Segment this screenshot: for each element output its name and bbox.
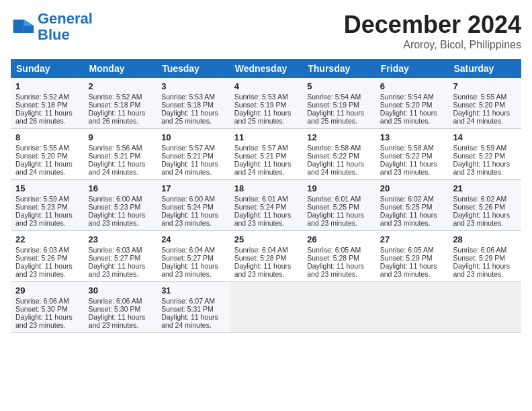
day-info: Sunrise: 5:52 AM xyxy=(15,93,79,101)
day-info: Sunset: 5:21 PM xyxy=(161,152,225,160)
calendar-cell: 3Sunrise: 5:53 AMSunset: 5:18 PMDaylight… xyxy=(157,78,230,129)
calendar-cell: 18Sunrise: 6:01 AMSunset: 5:24 PMDayligh… xyxy=(230,180,303,231)
day-info: Sunrise: 6:06 AM xyxy=(15,297,79,305)
day-info: and 24 minutes. xyxy=(453,117,517,125)
day-info: Sunrise: 6:00 AM xyxy=(89,195,152,203)
title-block: December 2024 Aroroy, Bicol, Philippines xyxy=(344,11,521,51)
day-info: Sunrise: 5:55 AM xyxy=(15,144,79,152)
calendar-cell: 11Sunrise: 5:57 AMSunset: 5:21 PMDayligh… xyxy=(230,129,303,180)
day-info: Sunset: 5:26 PM xyxy=(453,203,517,211)
day-info: Daylight: 11 hours xyxy=(15,211,79,219)
day-info: Daylight: 11 hours xyxy=(15,160,79,168)
calendar-cell: 15Sunrise: 5:59 AMSunset: 5:23 PMDayligh… xyxy=(11,180,84,231)
day-info: Sunset: 5:25 PM xyxy=(380,203,444,211)
day-number: 26 xyxy=(307,234,371,244)
calendar-cell: 23Sunrise: 6:03 AMSunset: 5:27 PMDayligh… xyxy=(84,231,157,282)
header-sunday: Sunday xyxy=(11,59,84,78)
calendar-cell: 19Sunrise: 6:01 AMSunset: 5:25 PMDayligh… xyxy=(302,180,375,231)
day-info: Sunset: 5:18 PM xyxy=(89,101,152,109)
calendar-cell: 31Sunrise: 6:07 AMSunset: 5:31 PMDayligh… xyxy=(157,282,230,333)
day-number: 14 xyxy=(453,132,517,142)
day-info: Sunrise: 6:03 AM xyxy=(89,246,152,254)
day-info: Sunrise: 6:05 AM xyxy=(380,246,444,254)
header-saturday: Saturday xyxy=(448,59,521,78)
day-info: and 23 minutes. xyxy=(307,219,371,227)
calendar-cell: 16Sunrise: 6:00 AMSunset: 5:23 PMDayligh… xyxy=(84,180,157,231)
day-info: Daylight: 11 hours xyxy=(89,313,152,321)
calendar-cell: 12Sunrise: 5:58 AMSunset: 5:22 PMDayligh… xyxy=(302,129,375,180)
calendar-cell: 10Sunrise: 5:57 AMSunset: 5:21 PMDayligh… xyxy=(157,129,230,180)
logo-icon xyxy=(11,15,35,39)
day-info: Daylight: 11 hours xyxy=(380,211,444,219)
day-info: Sunset: 5:23 PM xyxy=(89,203,152,211)
day-info: Daylight: 11 hours xyxy=(453,262,517,270)
day-number: 1 xyxy=(15,81,79,91)
day-info: Sunrise: 6:05 AM xyxy=(307,246,371,254)
day-info: Sunrise: 5:58 AM xyxy=(380,144,444,152)
day-info: Sunset: 5:21 PM xyxy=(89,152,152,160)
day-info: Daylight: 11 hours xyxy=(15,109,79,117)
day-info: Daylight: 11 hours xyxy=(161,160,225,168)
day-number: 2 xyxy=(89,81,152,91)
day-info: and 25 minutes. xyxy=(307,117,371,125)
day-number: 4 xyxy=(234,81,298,91)
day-info: Daylight: 11 hours xyxy=(89,262,152,270)
day-info: Sunrise: 6:00 AM xyxy=(161,195,225,203)
day-number: 24 xyxy=(161,234,225,244)
day-info: Sunset: 5:28 PM xyxy=(234,254,298,262)
day-info: Sunset: 5:18 PM xyxy=(161,101,225,109)
calendar-cell: 29Sunrise: 6:06 AMSunset: 5:30 PMDayligh… xyxy=(11,282,84,333)
day-number: 15 xyxy=(15,183,79,193)
day-info: Sunset: 5:20 PM xyxy=(380,101,444,109)
day-number: 23 xyxy=(89,234,152,244)
day-info: Sunset: 5:18 PM xyxy=(15,101,79,109)
calendar-cell: 8Sunrise: 5:55 AMSunset: 5:20 PMDaylight… xyxy=(11,129,84,180)
day-info: Daylight: 11 hours xyxy=(307,109,371,117)
day-info: Sunrise: 5:53 AM xyxy=(234,93,298,101)
calendar-week-row: 29Sunrise: 6:06 AMSunset: 5:30 PMDayligh… xyxy=(11,282,521,333)
logo-text: General Blue xyxy=(38,11,93,43)
calendar-cell: 6Sunrise: 5:54 AMSunset: 5:20 PMDaylight… xyxy=(375,78,449,129)
header-friday: Friday xyxy=(375,59,449,78)
day-info: and 23 minutes. xyxy=(380,219,444,227)
day-info: and 23 minutes. xyxy=(89,219,152,227)
day-info: Sunset: 5:21 PM xyxy=(234,152,298,160)
calendar-cell: 1Sunrise: 5:52 AMSunset: 5:18 PMDaylight… xyxy=(11,78,84,129)
calendar-cell: 13Sunrise: 5:58 AMSunset: 5:22 PMDayligh… xyxy=(375,129,449,180)
day-info: Sunset: 5:19 PM xyxy=(234,101,298,109)
day-info: Sunrise: 5:55 AM xyxy=(453,93,517,101)
day-info: Sunset: 5:22 PM xyxy=(307,152,371,160)
day-number: 11 xyxy=(234,132,298,142)
day-number: 31 xyxy=(161,285,225,295)
calendar-cell: 7Sunrise: 5:55 AMSunset: 5:20 PMDaylight… xyxy=(448,78,521,129)
calendar-week-row: 22Sunrise: 6:03 AMSunset: 5:26 PMDayligh… xyxy=(11,231,521,282)
calendar-body: 1Sunrise: 5:52 AMSunset: 5:18 PMDaylight… xyxy=(11,78,521,333)
day-info: Daylight: 11 hours xyxy=(380,160,444,168)
svg-rect-3 xyxy=(13,19,24,33)
day-info: and 23 minutes. xyxy=(161,270,225,278)
calendar-cell: 9Sunrise: 5:56 AMSunset: 5:21 PMDaylight… xyxy=(84,129,157,180)
day-number: 3 xyxy=(161,81,225,91)
calendar-cell xyxy=(302,282,375,333)
day-info: and 25 minutes. xyxy=(380,117,444,125)
calendar-cell: 25Sunrise: 6:04 AMSunset: 5:28 PMDayligh… xyxy=(230,231,303,282)
day-info: and 24 minutes. xyxy=(89,168,152,176)
calendar-cell: 28Sunrise: 6:06 AMSunset: 5:29 PMDayligh… xyxy=(448,231,521,282)
calendar-cell: 30Sunrise: 6:06 AMSunset: 5:30 PMDayligh… xyxy=(84,282,157,333)
day-info: and 23 minutes. xyxy=(380,270,444,278)
day-number: 25 xyxy=(234,234,298,244)
day-info: Daylight: 11 hours xyxy=(15,262,79,270)
calendar-cell: 2Sunrise: 5:52 AMSunset: 5:18 PMDaylight… xyxy=(84,78,157,129)
day-info: Sunset: 5:23 PM xyxy=(15,203,79,211)
day-info: Sunrise: 5:59 AM xyxy=(15,195,79,203)
day-info: Sunrise: 6:06 AM xyxy=(453,246,517,254)
day-info: Sunset: 5:29 PM xyxy=(380,254,444,262)
header-wednesday: Wednesday xyxy=(230,59,303,78)
header-monday: Monday xyxy=(84,59,157,78)
day-info: Daylight: 11 hours xyxy=(307,262,371,270)
day-info: and 24 minutes. xyxy=(234,168,298,176)
calendar-week-row: 1Sunrise: 5:52 AMSunset: 5:18 PMDaylight… xyxy=(11,78,521,129)
day-number: 17 xyxy=(161,183,225,193)
calendar-week-row: 8Sunrise: 5:55 AMSunset: 5:20 PMDaylight… xyxy=(11,129,521,180)
day-info: Sunrise: 6:01 AM xyxy=(234,195,298,203)
